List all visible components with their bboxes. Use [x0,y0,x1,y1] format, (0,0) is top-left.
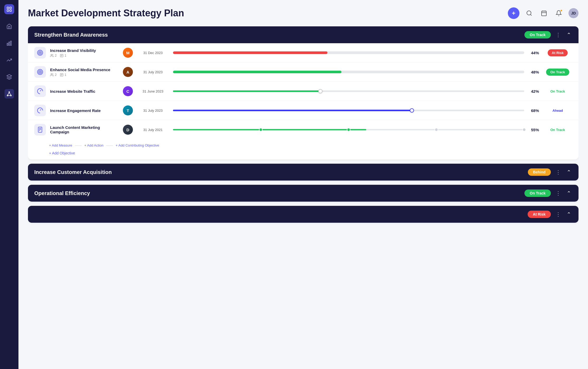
add-button[interactable] [508,7,519,19]
svg-line-17 [531,14,532,16]
notification-badge [560,9,563,12]
search-icon[interactable] [524,8,534,18]
progress-bar-wrap [173,71,524,73]
section-status-brand-awareness[interactable]: On Track [524,31,551,38]
obj-status: On Track [543,89,572,94]
svg-rect-18 [542,11,546,16]
section-menu-customer-acquisition[interactable]: ⋮ [554,169,562,175]
section-status-operational[interactable]: On Track [524,190,551,197]
notification-icon[interactable] [554,8,564,18]
obj-info: Launch Content Marketing Campaign [50,125,119,134]
obj-date: 31 June 2023 [137,89,169,93]
obj-name: Increase Brand Visibility [50,48,119,53]
section-header-operational: Operational Efficiency On Track ⋮ ⌃ [28,185,579,202]
obj-info: Increase Engagement Rate [50,108,119,113]
obj-progress: 48% [173,70,539,74]
add-links: + Add Measure —— + Add Action —— + Add C… [28,141,579,148]
obj-status-text: On Track [550,89,565,93]
objective-row: Increase Brand Visibility 2 1 [28,43,579,62]
section-collapse-brand-awareness[interactable]: ⌃ [566,32,572,38]
section-status-customer-acquisition[interactable]: Behind [528,168,551,176]
obj-avatar: A [123,67,133,77]
section-menu-operational[interactable]: ⋮ [554,190,562,196]
obj-date: 31 July 2023 [137,109,169,113]
objective-row: Increase Engagement Rate T 31 July 2023 … [28,101,579,120]
progress-pct: 68% [527,108,539,113]
progress-bar-fill [173,51,327,54]
section-collapse-customer-acquisition[interactable]: ⌃ [566,169,572,175]
svg-marker-7 [7,75,12,77]
obj-icon-document [34,124,46,135]
user-avatar[interactable]: JD [568,8,579,18]
obj-children-count: 2 [50,54,57,57]
section-collapse-fourth[interactable]: ⌃ [566,211,572,217]
section-header-fourth: At Risk ⋮ ⌃ [28,206,579,223]
milestone-wrap [173,127,524,132]
obj-icon-gauge [34,105,46,116]
section-fourth: At Risk ⋮ ⌃ [28,206,579,223]
header-actions: JD [508,7,579,19]
svg-line-11 [8,93,9,95]
progress-pct: 42% [527,89,539,94]
section-collapse-operational[interactable]: ⌃ [566,190,572,196]
obj-icon-gauge [34,85,46,97]
obj-progress: 44% [173,51,539,55]
obj-name: Enhance Social Media Presence [50,67,119,72]
section-menu-brand-awareness[interactable]: ⋮ [554,32,562,38]
section-header-brand-awareness: Strengthen Brand Awareness On Track ⋮ ⌃ [28,26,579,43]
add-objective-link[interactable]: + Add Objective [28,148,579,159]
sidebar-item-charts[interactable] [4,38,14,48]
objective-row: Launch Content Marketing Campaign D 31 J… [28,120,579,139]
obj-progress: 42% [173,89,539,94]
progress-pct: 48% [527,70,539,74]
obj-actions-count: 1 [60,73,66,77]
svg-point-16 [527,11,531,15]
obj-status-text: Ahead [552,109,563,113]
objectives-list-brand-awareness: Increase Brand Visibility 2 1 [28,43,579,141]
svg-rect-1 [10,7,11,9]
section-status-fourth[interactable]: At Risk [528,211,551,218]
sidebar-item-home[interactable] [4,22,14,31]
sidebar-item-trending[interactable] [4,55,14,65]
obj-meta: 2 1 [50,73,119,77]
section-title-operational: Operational Efficiency [34,190,521,196]
obj-avatar: M [123,48,133,58]
add-contributing-link[interactable]: + Add Contributing Objective [115,143,159,147]
obj-progress: 68% [173,108,539,113]
section-header-customer-acquisition: Increase Customer Acquisition Behind ⋮ ⌃ [28,164,579,181]
svg-point-33 [51,73,52,75]
sidebar-item-network[interactable] [4,89,14,99]
link-sep: —— [75,143,82,147]
slider-fill [173,90,320,92]
svg-rect-2 [7,10,9,11]
obj-status: On Track [543,69,572,76]
section-menu-fourth[interactable]: ⋮ [554,211,562,217]
add-measure-link[interactable]: + Add Measure [49,143,72,147]
calendar-icon[interactable] [539,8,549,18]
obj-status-badge-at-risk: At Risk [548,49,568,56]
app-logo[interactable] [4,4,14,14]
svg-rect-0 [7,7,9,9]
obj-children-count: 2 [50,73,57,77]
slider-thumb [410,108,414,113]
obj-name: Increase Engagement Rate [50,108,119,113]
obj-actions-count: 1 [60,54,66,57]
svg-rect-4 [7,43,8,45]
page-header: Market Development Strategy Plan [28,7,579,19]
obj-name: Launch Content Marketing Campaign [50,125,119,134]
obj-date: 31 July 2023 [137,70,169,74]
add-action-link[interactable]: + Add Action [84,143,104,147]
objective-row: Enhance Social Media Presence 2 1 [28,62,579,82]
sidebar-item-layers[interactable] [4,72,14,82]
svg-line-12 [9,93,11,95]
section-title-customer-acquisition: Increase Customer Acquisition [34,169,525,175]
slider-track [173,110,524,111]
obj-info: Increase Website Traffic [50,89,119,94]
progress-pct: 55% [527,128,539,132]
svg-point-23 [38,51,42,54]
section-brand-awareness: Strengthen Brand Awareness On Track ⋮ ⌃ … [28,26,579,159]
obj-status-badge-on-track: On Track [546,69,569,76]
obj-icon-target [34,66,46,78]
svg-point-24 [40,52,41,53]
obj-date: 31 Dec 2023 [137,51,169,55]
